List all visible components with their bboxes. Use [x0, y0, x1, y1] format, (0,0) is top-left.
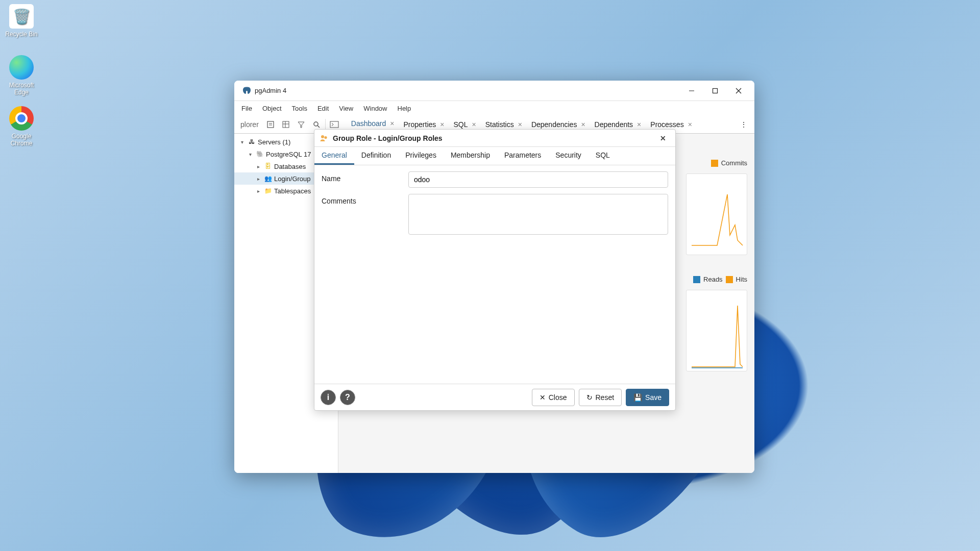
name-input[interactable] [408, 171, 668, 188]
svg-point-14 [321, 135, 324, 138]
dialog-tab-membership[interactable]: Membership [444, 147, 497, 165]
svg-marker-10 [298, 122, 304, 128]
menu-help[interactable]: Help [393, 103, 416, 114]
button-label: Save [645, 393, 662, 402]
window-close-button[interactable] [727, 83, 750, 99]
help-icon: ? [345, 393, 350, 402]
menu-view[interactable]: View [334, 103, 358, 114]
query-tool-button[interactable] [263, 117, 278, 132]
chevron-right-icon[interactable]: ▸ [255, 188, 262, 194]
tab-close-icon[interactable]: × [636, 120, 642, 129]
roles-icon: 👥 [264, 174, 272, 183]
svg-rect-1 [713, 88, 718, 93]
comments-textarea[interactable] [408, 194, 668, 235]
menu-edit[interactable]: Edit [312, 103, 334, 114]
dialog-info-button[interactable]: i [321, 390, 336, 405]
tree-label: Servers (1) [258, 138, 290, 146]
svg-point-15 [324, 136, 327, 138]
tab-close-icon[interactable]: × [389, 119, 395, 128]
dialog-titlebar[interactable]: Group Role - Login/Group Roles ✕ [314, 130, 675, 147]
window-title: pgAdmin 4 [255, 87, 680, 94]
tab-close-icon[interactable]: × [517, 120, 523, 129]
window-maximize-button[interactable] [703, 83, 727, 99]
tab-label: SQL [453, 120, 468, 129]
close-icon: ✕ [540, 393, 546, 402]
toolbar-separator [325, 119, 326, 130]
dialog-help-button[interactable]: ? [340, 390, 355, 405]
dialog-body: Name Comments [314, 165, 675, 384]
desktop-icon-recycle-bin[interactable]: 🗑️ Recycle Bin [2, 4, 41, 38]
dialog-tab-general[interactable]: General [314, 147, 354, 165]
search-icon [312, 120, 321, 129]
dialog-tab-parameters[interactable]: Parameters [497, 147, 548, 165]
dialog-close-button[interactable]: ✕ [656, 132, 670, 144]
chart-line-icon [687, 174, 748, 256]
tab-label: Processes [650, 120, 683, 129]
explorer-panel-label: plorer [236, 120, 263, 129]
chevron-right-icon[interactable]: ▸ [255, 176, 262, 182]
group-role-icon [320, 134, 329, 143]
tab-close-icon[interactable]: × [580, 120, 586, 129]
chart-line-icon [687, 290, 748, 372]
menu-object[interactable]: Object [257, 103, 287, 114]
desktop-icon-chrome[interactable]: Google Chrome [2, 106, 41, 147]
window-minimize-button[interactable] [680, 83, 703, 99]
dialog-tab-sql[interactable]: SQL [589, 147, 617, 165]
chevron-down-icon[interactable]: ▾ [247, 152, 254, 157]
query-icon [266, 120, 275, 129]
tree-label: Databases [274, 163, 306, 170]
dialog-tab-security[interactable]: Security [548, 147, 589, 165]
chevron-right-icon[interactable]: ▸ [255, 164, 262, 169]
tab-label: Dashboard [351, 119, 386, 128]
tree-label: PostgreSQL 17 [266, 151, 311, 158]
legend-swatch-hits [726, 276, 733, 283]
dialog-tab-definition[interactable]: Definition [354, 147, 398, 165]
tab-label: Dependencies [531, 120, 577, 129]
svg-point-11 [314, 122, 318, 126]
window-titlebar[interactable]: pgAdmin 4 [234, 81, 754, 101]
filter-rows-button[interactable] [293, 117, 309, 132]
dialog-title: Group Role - Login/Group Roles [333, 134, 443, 142]
view-data-button[interactable] [278, 117, 293, 132]
recycle-bin-icon: 🗑️ [9, 4, 34, 29]
reset-button[interactable]: ↻ Reset [579, 389, 622, 406]
dialog-tab-privileges[interactable]: Privileges [398, 147, 444, 165]
reset-icon: ↻ [586, 393, 593, 402]
tab-close-icon[interactable]: × [687, 120, 693, 129]
chart-reads-hits [686, 290, 747, 371]
form-row-name: Name [322, 171, 668, 188]
svg-rect-13 [330, 121, 338, 128]
database-icon: 🗄 [264, 162, 272, 170]
minimize-icon [689, 88, 695, 94]
close-button[interactable]: ✕ Close [532, 389, 575, 406]
legend-reads-hits: Reads Hits [693, 276, 747, 283]
legend-swatch-commits [711, 160, 718, 167]
pgadmin-icon [241, 86, 251, 95]
close-icon [736, 88, 742, 94]
svg-rect-4 [267, 121, 274, 128]
dialog-tabs: General Definition Privileges Membership… [314, 147, 675, 165]
legend-commits: Commits [711, 159, 747, 167]
chevron-down-icon[interactable]: ▾ [238, 139, 246, 145]
info-icon: i [327, 393, 329, 402]
servers-icon: 🖧 [248, 138, 256, 146]
menu-file[interactable]: File [236, 103, 257, 114]
desktop-icon-edge[interactable]: Microsoft Edge [2, 55, 41, 96]
edge-icon [9, 55, 34, 80]
tab-close-icon[interactable]: × [439, 120, 445, 129]
button-label: Close [549, 393, 567, 402]
form-row-comments: Comments [322, 194, 668, 237]
group-role-dialog: Group Role - Login/Group Roles ✕ General… [314, 129, 676, 411]
chart-commits [686, 173, 747, 255]
tabs-overflow-button[interactable]: ⋮ [735, 120, 752, 129]
save-button[interactable]: 💾 Save [626, 389, 669, 406]
legend-swatch-reads [693, 276, 700, 283]
legend-label: Commits [721, 159, 747, 167]
dialog-footer: i ? ✕ Close ↻ Reset 💾 Save [314, 384, 675, 410]
tab-close-icon[interactable]: × [471, 120, 477, 129]
svg-line-12 [317, 126, 320, 128]
elephant-icon: 🐘 [256, 150, 264, 158]
menu-tools[interactable]: Tools [287, 103, 312, 114]
filter-icon [297, 120, 305, 129]
menu-window[interactable]: Window [358, 103, 392, 114]
